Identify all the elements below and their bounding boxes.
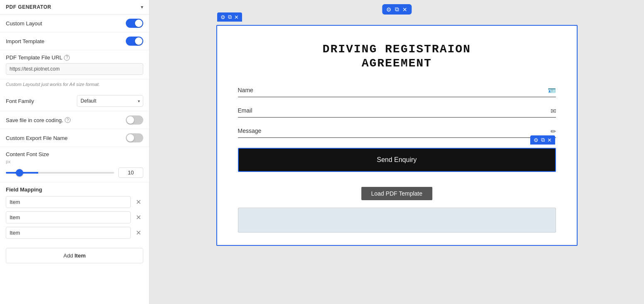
import-template-row: Import Template (0, 32, 149, 50)
font-size-slider[interactable] (6, 172, 114, 174)
doc-field-name-icon: 🪪 (548, 87, 556, 95)
custom-export-row: Custom Export File Name (0, 129, 149, 147)
doc-content: DRIVING REGISTRAION AGREEMENT Name 🪪 Ema… (217, 26, 577, 245)
save-file-track (126, 115, 143, 125)
px-hint: px (6, 159, 143, 164)
field-mapping-title: Field Mapping (6, 186, 143, 193)
pdf-url-row: PDF Template File URL ? (0, 50, 149, 79)
font-family-select[interactable]: Default Arial Times New Roman Courier Ne… (77, 95, 143, 107)
doc-field-name-label: Name (238, 87, 556, 93)
inner-toolbar: ⚙ ⧉ ✕ (217, 12, 242, 22)
field-remove-2-button[interactable]: ✕ (133, 213, 143, 223)
field-input-1[interactable] (6, 196, 131, 208)
add-item-suffix: Item (75, 253, 86, 259)
import-template-thumb (135, 37, 142, 45)
doc-bottom-toolbar: ⚙ ⧉ ✕ (530, 135, 555, 145)
sidebar: PDF GENERATOR ▾ Custom Layout Import Tem… (0, 0, 149, 304)
add-item-prefix: Add (64, 253, 75, 259)
field-item-3: ✕ (6, 227, 143, 239)
inner-settings-icon[interactable]: ⚙ (220, 14, 225, 20)
outer-toolbar: ⚙ ⧉ ✕ (382, 4, 411, 15)
field-item-2: ✕ (6, 211, 143, 223)
font-family-label: Font Family (6, 98, 34, 104)
field-item-1: ✕ (6, 196, 143, 208)
font-size-value-input[interactable] (118, 167, 143, 178)
doc-field-email: Email ✉ (238, 107, 556, 118)
custom-export-toggle[interactable] (126, 133, 143, 142)
pdf-url-input[interactable] (6, 63, 143, 75)
doc-field-message-line (238, 137, 556, 138)
field-remove-3-button[interactable]: ✕ (133, 228, 143, 238)
field-remove-1-button[interactable]: ✕ (133, 197, 143, 207)
doc-field-message-icon: ✏ (551, 127, 556, 135)
custom-layout-track (126, 19, 143, 28)
doc-field-email-label: Email (238, 107, 556, 114)
save-file-row: Save file in core coding. ? (0, 111, 149, 129)
doc-field-name: Name 🪪 (238, 87, 556, 97)
pdf-url-help-icon[interactable]: ? (64, 55, 70, 61)
bottom-copy-icon[interactable]: ⧉ (541, 137, 545, 143)
doc-field-message: Message ✏ (238, 127, 556, 138)
pdf-url-label: PDF Template File URL (6, 54, 62, 61)
font-family-row: Font Family Default Arial Times New Roma… (0, 91, 149, 111)
custom-export-label: Custom Export File Name (6, 135, 68, 141)
main-content: ⚙ ⧉ ✕ ⚙ ⧉ ✕ DRIVING REGISTRAION AGREEMEN… (149, 0, 644, 304)
custom-layout-toggle[interactable] (126, 19, 143, 28)
sidebar-header: PDF GENERATOR ▾ (0, 0, 149, 15)
load-pdf-button[interactable]: Load PDF Template (361, 187, 432, 200)
import-template-track (126, 37, 143, 46)
save-file-toggle[interactable] (126, 115, 143, 125)
pdf-url-label-row: PDF Template File URL ? (6, 54, 143, 61)
bottom-close-icon[interactable]: ✕ (547, 137, 552, 143)
inner-close-icon[interactable]: ✕ (234, 14, 239, 20)
doc-title: DRIVING REGISTRAION AGREEMENT (238, 42, 556, 70)
doc-field-email-line (238, 117, 556, 118)
chevron-down-icon[interactable]: ▾ (141, 4, 143, 10)
custom-export-thumb (127, 134, 134, 142)
outer-copy-icon[interactable]: ⧉ (395, 6, 399, 13)
sidebar-title: PDF GENERATOR (6, 4, 51, 10)
font-size-label: Content Font Size (6, 151, 143, 157)
custom-layout-label: Custom Layout (6, 20, 42, 27)
doc-button-area: ⚙ ⧉ ✕ Send Enquiry (238, 148, 556, 172)
document-card: ⚙ ⧉ ✕ DRIVING REGISTRAION AGREEMENT Name… (216, 25, 578, 246)
save-file-help-icon[interactable]: ? (65, 117, 71, 123)
save-file-label-group: Save file in core coding. ? (6, 117, 71, 123)
bottom-settings-icon[interactable]: ⚙ (534, 137, 539, 143)
bottom-preview (238, 208, 556, 233)
font-family-wrapper: Default Arial Times New Roman Courier Ne… (77, 95, 143, 107)
custom-layout-row: Custom Layout (0, 15, 149, 32)
load-pdf-area: Load PDF Template (238, 172, 556, 187)
inner-copy-icon[interactable]: ⧉ (228, 14, 232, 20)
save-file-label: Save file in core coding. (6, 117, 63, 123)
send-enquiry-button[interactable]: Send Enquiry (239, 149, 555, 171)
field-input-2[interactable] (6, 211, 131, 223)
outer-close-icon[interactable]: ✕ (402, 6, 407, 13)
document-wrapper: ⚙ ⧉ ✕ DRIVING REGISTRAION AGREEMENT Name… (158, 25, 636, 246)
field-input-3[interactable] (6, 227, 131, 239)
custom-export-track (126, 133, 143, 142)
add-item-button[interactable]: Add Item (6, 248, 143, 263)
import-template-label: Import Template (6, 38, 44, 44)
doc-field-name-line (238, 97, 556, 97)
doc-field-message-label: Message (238, 127, 556, 134)
field-mapping-section: Field Mapping ✕ ✕ ✕ (0, 182, 149, 245)
hint-text: Custom Layoutst just works for A4 size f… (0, 79, 149, 91)
import-template-toggle[interactable] (126, 37, 143, 46)
save-file-thumb (127, 116, 134, 124)
doc-title-line2: AGREEMENT (238, 56, 556, 71)
font-size-section: Content Font Size px (0, 147, 149, 182)
outer-settings-icon[interactable]: ⚙ (386, 6, 392, 13)
doc-title-line1: DRIVING REGISTRAION (238, 42, 556, 56)
custom-layout-thumb (135, 20, 142, 27)
slider-row (6, 167, 143, 178)
doc-field-email-icon: ✉ (551, 107, 556, 115)
